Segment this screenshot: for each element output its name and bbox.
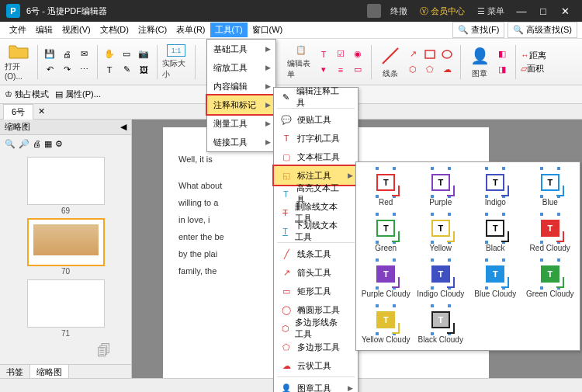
rectangle-item[interactable]: ▭矩形工具 xyxy=(274,282,358,300)
collapse-icon[interactable]: ◀ xyxy=(120,122,126,132)
arrow-item[interactable]: ↗箭头工具 xyxy=(274,263,358,282)
vip-button[interactable]: Ⓥ会员中心 xyxy=(414,5,471,17)
edit-form-button[interactable]: 📋 编辑表单 xyxy=(287,44,315,80)
line-item[interactable]: ╱线条工具 xyxy=(274,245,358,263)
open-button[interactable]: 打开(O)... xyxy=(5,44,33,80)
color-red-cloudy[interactable]: TRed Cloudy xyxy=(524,211,577,255)
link-tools-item[interactable]: 链接工具▶ xyxy=(207,133,275,151)
select-icon[interactable]: ▭ xyxy=(120,47,133,61)
typewriter-item[interactable]: T打字机工具 xyxy=(274,129,358,147)
zoom-in-icon[interactable]: 🔎 xyxy=(19,139,29,149)
color-blue-cloudy[interactable]: TBlue Cloudy xyxy=(469,257,522,301)
color-green[interactable]: TGreen xyxy=(359,211,413,255)
bookmarks-tab[interactable]: 书签 xyxy=(0,365,30,378)
close-button[interactable]: ✕ xyxy=(554,5,576,17)
stamp-button[interactable]: 👤 图章 xyxy=(466,44,494,80)
polyline-item[interactable]: ⬡多边形线条工具 xyxy=(274,319,358,338)
polygon-item[interactable]: ⬠多边形工具 xyxy=(274,338,358,356)
menu-annotate[interactable]: 注释(C) xyxy=(133,23,171,37)
line-tool-button[interactable]: 线条 xyxy=(376,44,404,80)
color-yellow-cloudy[interactable]: TYellow Cloudy xyxy=(359,303,413,347)
color-black-cloudy[interactable]: TBlack Cloudy xyxy=(414,303,468,347)
color-indigo[interactable]: TIndigo xyxy=(469,165,522,210)
user-avatar[interactable] xyxy=(367,4,381,18)
camera-icon[interactable]: 📷 xyxy=(137,47,151,61)
minimize-button[interactable]: — xyxy=(511,5,532,17)
radio-icon[interactable]: ◉ xyxy=(351,47,365,61)
print-icon[interactable]: 🖨 xyxy=(60,47,74,61)
list-icon[interactable]: ≡ xyxy=(334,63,348,77)
content-edit-item[interactable]: 内容编辑▶ xyxy=(207,77,275,95)
text-icon[interactable]: T xyxy=(102,63,116,77)
button-icon[interactable]: ▭ xyxy=(351,63,365,77)
zoom-tools-item[interactable]: 缩放工具▶ xyxy=(207,58,275,77)
area-button[interactable]: ▱面积 xyxy=(521,63,546,75)
color-purple[interactable]: TPurple xyxy=(414,165,468,210)
maximize-button[interactable]: □ xyxy=(532,5,554,17)
print-thumb-icon[interactable]: 🖨 xyxy=(33,139,41,148)
pages-icon[interactable]: 🗐 xyxy=(97,343,111,359)
ellipse-icon[interactable] xyxy=(440,47,454,61)
thumbnail-71[interactable]: 71 xyxy=(27,279,105,328)
thumbnail-69[interactable]: 69 xyxy=(27,157,105,205)
actual-size-button[interactable]: 1:1 实际大小 xyxy=(162,44,190,80)
menu-view[interactable]: 视图(V) xyxy=(57,23,95,37)
menu-tools[interactable]: 工具(T) xyxy=(210,23,248,37)
mail-icon[interactable]: ✉ xyxy=(77,47,91,61)
save-icon[interactable]: 💾 xyxy=(43,47,57,61)
stamp2-icon: 👤 xyxy=(280,382,293,392)
advanced-find-button[interactable]: 🔍高级查找(S) xyxy=(508,22,577,38)
eraser2-icon[interactable]: ◨ xyxy=(495,63,509,77)
undo-icon[interactable]: ↶ xyxy=(43,63,57,77)
more-icon[interactable]: ⋯ xyxy=(77,63,91,77)
basic-tools-item[interactable]: 基础工具▶ xyxy=(207,40,275,58)
underline-item[interactable]: T下划线文本工具 xyxy=(274,222,358,241)
polyline-icon[interactable]: ⬡ xyxy=(406,63,420,77)
color-purple-cloudy[interactable]: TPurple Cloudy xyxy=(359,257,413,301)
annotation-marks-item[interactable]: 注释和标记▶ xyxy=(207,95,275,114)
find-button[interactable]: 🔍查找(F) xyxy=(452,22,504,38)
thumbnail-tools: 🔍 🔎 🖨 ▦ ⚙ xyxy=(0,135,131,152)
exclusive-mode-button[interactable]: ♔独占模式 xyxy=(5,88,49,100)
eraser-icon[interactable]: ◧ xyxy=(495,47,509,61)
color-red[interactable]: TRed xyxy=(359,165,413,210)
arrow-icon[interactable]: ↗ xyxy=(406,47,420,61)
menu-file[interactable]: 文件 xyxy=(5,23,31,37)
edit-icon[interactable]: ✎ xyxy=(120,63,133,77)
redo-icon[interactable]: ↷ xyxy=(60,63,74,77)
textfield-icon[interactable]: T xyxy=(317,47,331,61)
thumbnail-70[interactable]: 70 xyxy=(27,218,105,266)
measure-tools-item[interactable]: 测量工具▶ xyxy=(207,114,275,133)
sticky-note-item[interactable]: 💬便贴工具 xyxy=(274,110,358,129)
endtrial-button[interactable]: 终撤 xyxy=(384,5,414,17)
cloud-icon[interactable]: ☁ xyxy=(440,63,454,77)
color-yellow[interactable]: TYellow xyxy=(414,211,468,255)
polygon-icon[interactable]: ⬠ xyxy=(423,63,437,77)
close-tab-button[interactable]: ✕ xyxy=(33,106,50,116)
menu-window[interactable]: 窗口(W) xyxy=(248,23,288,37)
menu-edit[interactable]: 编辑 xyxy=(31,23,57,37)
main-menu-button[interactable]: ☰菜单 xyxy=(471,5,511,17)
checkbox-icon[interactable]: ☑ xyxy=(334,47,348,61)
combo-icon[interactable]: ▾ xyxy=(317,63,331,77)
doc-tab[interactable]: 6号 xyxy=(3,104,33,120)
color-indigo-cloudy[interactable]: TIndigo Cloudy xyxy=(414,257,468,301)
thumbnails-tab[interactable]: 缩略图 xyxy=(30,365,69,378)
grid-icon[interactable]: ▦ xyxy=(44,139,52,149)
rect-icon[interactable] xyxy=(423,47,437,61)
stamp-item[interactable]: 👤图章工具▶ xyxy=(274,379,358,392)
color-green-cloudy[interactable]: TGreen Cloudy xyxy=(524,257,577,301)
options-icon[interactable]: ⚙ xyxy=(55,139,63,149)
cloud-item[interactable]: ☁云状工具 xyxy=(274,356,358,375)
menu-form[interactable]: 表单(R) xyxy=(171,23,210,37)
image-icon[interactable]: 🖼 xyxy=(137,63,151,77)
edit-annotation-item[interactable]: ✎编辑注释工具 xyxy=(274,88,358,106)
distance-button[interactable]: ↔距离 xyxy=(521,50,546,61)
hand-icon[interactable]: ✋ xyxy=(102,47,116,61)
color-blue[interactable]: TBlue xyxy=(524,165,577,210)
properties-button[interactable]: ▤属性(P)... xyxy=(55,88,101,100)
zoom-out-icon[interactable]: 🔍 xyxy=(5,139,16,149)
menu-document[interactable]: 文档(D) xyxy=(95,23,133,37)
color-black[interactable]: TBlack xyxy=(469,211,522,255)
textbox-item[interactable]: ▢文本框工具 xyxy=(274,147,358,166)
